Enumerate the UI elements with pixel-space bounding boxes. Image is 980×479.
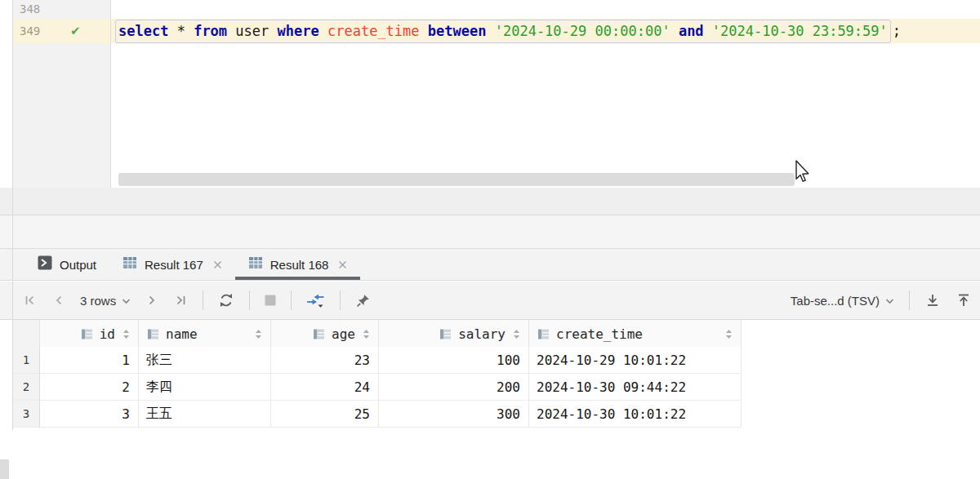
line-number-349: 349 <box>13 19 109 43</box>
sql-token: where <box>278 23 319 39</box>
grid-cell-age[interactable]: 23 <box>271 347 379 374</box>
row-count-label: 3 rows <box>80 294 116 308</box>
results-tab-bar: Output Result 167 Result 168 <box>0 249 980 281</box>
column-name: create_time <box>556 326 643 342</box>
sort-icon[interactable] <box>513 329 520 339</box>
toolbar-separator <box>909 291 910 310</box>
sql-token <box>319 23 327 39</box>
executed-statement-box[interactable]: select * from user where create_time bet… <box>115 20 891 43</box>
sql-token: select <box>118 23 168 39</box>
stop-button[interactable] <box>265 295 276 306</box>
database-ide-window: 348 349 ✔ select * from user where creat… <box>0 0 980 479</box>
column-name: age <box>332 326 355 342</box>
tab-output[interactable]: Output <box>24 249 109 280</box>
column-header-salary[interactable]: salary <box>379 320 529 349</box>
grid-cell-age[interactable]: 24 <box>271 374 379 401</box>
previous-page-button[interactable] <box>52 293 65 308</box>
close-icon[interactable] <box>213 260 222 269</box>
result-grid: id name age <box>13 320 742 428</box>
pin-tab-button[interactable] <box>355 293 371 308</box>
row-number[interactable]: 3 <box>13 401 40 428</box>
grid-cell-salary[interactable]: 300 <box>379 401 529 428</box>
sql-editor[interactable]: 348 349 ✔ select * from user where creat… <box>0 0 980 188</box>
gutter-divider <box>110 0 111 188</box>
sql-token <box>670 23 679 39</box>
grid-corner-cell <box>13 320 40 349</box>
sort-icon[interactable] <box>363 329 370 339</box>
chevron-down-icon <box>885 293 894 308</box>
export-data-button[interactable] <box>924 292 941 308</box>
grid-cell-name[interactable]: 王五 <box>139 401 271 428</box>
toolbar-separator <box>249 291 250 310</box>
next-page-button[interactable] <box>145 293 158 308</box>
column-name: salary <box>458 326 506 342</box>
table-column-icon <box>81 328 93 340</box>
export-format-label: Tab-se...d (TSV) <box>791 294 880 308</box>
column-name: name <box>166 326 198 342</box>
results-toolbar: 3 rows <box>0 282 980 320</box>
table-grid-icon <box>248 255 263 273</box>
grid-cell-name[interactable]: 李四 <box>139 374 271 401</box>
last-page-button[interactable] <box>173 293 188 308</box>
toolbar-separator <box>340 291 341 310</box>
row-count-dropdown[interactable]: 3 rows <box>80 293 131 308</box>
column-header-id[interactable]: id <box>40 320 139 349</box>
sql-token: user <box>227 23 277 39</box>
table-column-icon <box>313 328 325 340</box>
editor-bottom-band <box>0 188 980 215</box>
tab-result-167[interactable]: Result 167 <box>109 249 235 280</box>
grid-cell-id[interactable]: 2 <box>40 374 139 401</box>
grid-cell-create_time[interactable]: 2024-10-30 10:01:22 <box>529 401 742 428</box>
sql-token: create_time <box>327 23 420 39</box>
row-number[interactable]: 1 <box>13 347 40 374</box>
grid-cell-id[interactable]: 3 <box>40 401 139 428</box>
tab-result-168[interactable]: Result 168 <box>235 249 361 280</box>
column-header-age[interactable]: age <box>271 320 379 349</box>
tab-label: Output <box>60 258 96 272</box>
statement-terminator: ; <box>893 23 901 39</box>
close-icon[interactable] <box>338 260 347 269</box>
grid-cell-create_time[interactable]: 2024-10-30 09:44:22 <box>529 374 742 401</box>
tab-label: Result 167 <box>145 258 203 272</box>
sql-token <box>420 23 428 39</box>
sort-icon[interactable] <box>725 329 733 339</box>
results-panel-header-strip <box>0 215 980 249</box>
sql-statement[interactable]: select * from user where create_time bet… <box>118 20 888 42</box>
first-page-button[interactable] <box>23 293 38 308</box>
sql-token: '2024-10-29 00:00:00' <box>495 23 670 39</box>
row-number[interactable]: 2 <box>13 374 40 401</box>
sql-token: from <box>194 23 227 39</box>
statement-success-check-icon[interactable]: ✔ <box>70 19 81 43</box>
export-format-dropdown[interactable]: Tab-se...d (TSV) <box>791 293 894 308</box>
sql-token <box>486 23 494 39</box>
editor-horizontal-scrollbar[interactable] <box>118 173 795 186</box>
grid-cell-salary[interactable]: 100 <box>379 347 529 374</box>
column-name: id <box>100 326 115 342</box>
sql-token: * <box>168 23 194 39</box>
reload-page-button[interactable] <box>218 292 234 308</box>
table-grid-icon <box>122 255 137 273</box>
sort-icon[interactable] <box>255 329 262 339</box>
compare-data-button[interactable] <box>306 292 325 308</box>
sql-token: '2024-10-30 23:59:59' <box>712 23 888 39</box>
grid-cell-create_time[interactable]: 2024-10-29 10:01:22 <box>529 347 742 374</box>
grid-cell-age[interactable]: 25 <box>271 401 379 428</box>
sql-statement-row[interactable]: select * from user where create_time bet… <box>115 19 901 43</box>
table-column-icon <box>147 328 159 340</box>
grid-cell-id[interactable]: 1 <box>40 347 139 374</box>
toolbar-separator <box>291 291 292 310</box>
tab-label: Result 168 <box>270 258 329 272</box>
grid-cell-salary[interactable]: 200 <box>379 374 529 401</box>
toolbar-separator <box>203 291 203 310</box>
panel-left-border <box>12 0 13 430</box>
sql-token <box>704 23 712 39</box>
column-header-create-time[interactable]: create_time <box>529 320 742 349</box>
table-column-icon <box>439 328 452 340</box>
scroll-to-top-button[interactable] <box>956 292 972 308</box>
sql-token: and <box>679 23 704 39</box>
sort-icon[interactable] <box>122 329 130 339</box>
line-number-348: 348 <box>13 0 109 19</box>
column-header-name[interactable]: name <box>139 320 271 349</box>
scrollbar-corner <box>0 459 9 479</box>
grid-cell-name[interactable]: 张三 <box>139 347 271 374</box>
